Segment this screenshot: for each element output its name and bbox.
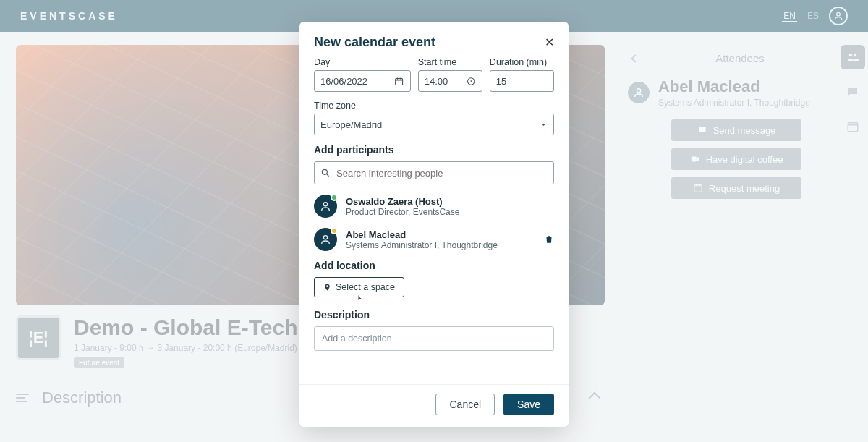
duration-label: Duration (min) [490,57,554,67]
attendee-actions: Send message Have digital coffee Request… [621,119,852,199]
clock-icon [467,76,475,87]
brand-logo[interactable]: EVENTSCASE [20,10,118,22]
brand-suffix: CASE [78,10,118,22]
user-avatar-button[interactable] [829,7,848,25]
participant-text: Oswaldo Zaera (Host)Product Director, Ev… [346,196,554,217]
participant-row: Oswaldo Zaera (Host)Product Director, Ev… [314,195,554,218]
svg-point-9 [322,169,327,174]
start-time-field[interactable] [425,76,467,87]
status-dot-icon [331,227,338,234]
modal-header: New calendar event ✕ [299,22,569,57]
request-meeting-button[interactable]: Request meeting [671,177,801,199]
svg-point-10 [323,203,327,206]
event-status-badge: Future event [74,357,124,368]
send-message-button[interactable]: Send message [671,119,801,141]
chevron-up-icon[interactable] [589,392,601,404]
new-event-modal: New calendar event ✕ Day Start time Dura… [299,22,569,427]
pin-icon [323,282,331,292]
user-icon [320,234,331,245]
top-bar-right: EN ES [782,7,848,25]
svg-rect-7 [396,78,403,85]
timezone-select[interactable]: Europe/Madrid [314,114,554,135]
participant-row: Abel MacleadSystems Administrator I, Tho… [314,228,554,251]
remove-participant-button[interactable] [544,234,554,245]
location-heading: Add location [314,260,554,271]
participant-name: Oswaldo Zaera (Host) [346,196,554,207]
svg-rect-2 [691,157,696,162]
digital-coffee-label: Have digital coffee [706,154,783,165]
svg-point-5 [854,54,857,57]
user-icon [320,200,331,212]
rail-chat-button[interactable] [841,80,865,104]
chat-icon [697,125,707,135]
sidebar-header: Attendees [628,52,852,64]
day-label: Day [314,57,411,67]
description-input[interactable]: Add a description [314,326,554,351]
svg-point-0 [837,12,841,16]
chevron-down-icon [540,121,548,129]
svg-point-1 [637,89,640,93]
modal-body: Day Start time Duration (min) [299,57,569,384]
status-dot-icon [331,194,338,201]
brand-prefix: EVENTS [20,10,78,22]
trash-icon [544,234,554,245]
cancel-button[interactable]: Cancel [435,394,495,415]
request-meeting-label: Request meeting [709,183,780,194]
participant-role: Systems Administrator I, Thoughtbridge [346,240,498,250]
user-icon [633,87,644,98]
attendee-text: Abel Maclead Systems Administrator I, Th… [658,77,810,108]
rail-calendar-button[interactable] [841,114,865,139]
description-heading: Description [314,309,554,320]
duration-field[interactable] [496,76,548,87]
svg-point-11 [323,236,327,239]
video-icon [690,154,700,164]
svg-rect-6 [848,123,858,132]
duration-input[interactable] [490,70,554,92]
digital-coffee-button[interactable]: Have digital coffee [671,148,801,170]
section-icon [16,394,29,402]
calendar-icon [693,183,703,193]
search-icon [320,168,331,178]
attendee-sidebar: Attendees Abel Maclead Systems Administr… [621,45,852,442]
participant-role: Product Director, EventsCase [346,207,459,217]
lang-es[interactable]: ES [807,11,819,21]
start-time-input[interactable] [418,70,482,92]
timezone-label: Time zone [314,101,554,111]
rail-attendees-button[interactable] [841,45,865,69]
event-thumb: ¦E¦ [16,315,61,360]
calendar-icon [394,76,404,87]
send-message-label: Send message [713,125,776,136]
start-time-label: Start time [418,57,482,67]
participants-search[interactable] [314,161,554,184]
day-input[interactable] [314,70,411,92]
participant-avatar [314,228,337,251]
event-title: Demo - Global E-Tech [74,315,297,340]
svg-rect-3 [694,185,702,192]
event-title-text: Demo - Global E-Tech 1 January - 9:00 h … [74,315,297,368]
attendee-profile[interactable]: Abel Maclead Systems Administrator I, Th… [628,77,852,108]
select-space-label: Select a space [336,282,395,292]
description-placeholder: Add a description [322,333,392,344]
sidebar-title: Attendees [638,52,842,64]
user-icon [833,11,843,21]
modal-footer: Cancel Save [299,384,569,427]
section-title: Description [42,388,122,407]
side-rail [841,45,865,139]
participants-heading: Add participants [314,144,554,156]
participants-list: Oswaldo Zaera (Host)Product Director, Ev… [314,195,554,251]
attendee-avatar [628,82,650,103]
cursor-icon [355,294,364,304]
day-field[interactable] [320,76,394,87]
save-button[interactable]: Save [503,394,554,415]
participants-search-input[interactable] [336,168,548,179]
close-button[interactable]: ✕ [545,35,554,49]
svg-point-4 [849,54,853,57]
chat-icon [846,85,859,98]
calendar-icon [846,120,859,133]
participant-avatar [314,195,337,218]
lang-en[interactable]: EN [782,9,797,22]
people-icon [846,51,859,64]
select-space-button[interactable]: Select a space [314,277,404,297]
modal-title: New calendar event [314,35,435,50]
timezone-value: Europe/Madrid [320,119,382,130]
